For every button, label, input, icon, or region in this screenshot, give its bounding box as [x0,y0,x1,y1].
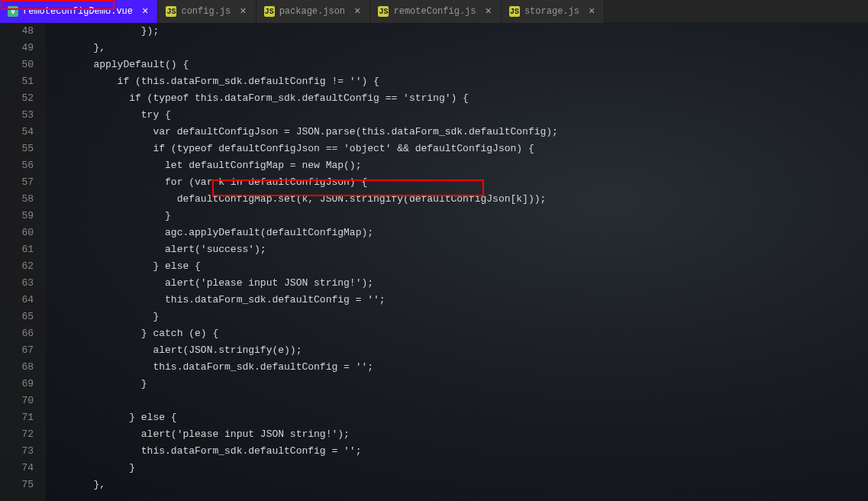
vue-file-icon: V [8,6,18,17]
tab-package[interactable]: JS package.json × [257,0,371,23]
line-number: 50 [0,57,34,73]
line-number: 66 [0,325,34,342]
code-line[interactable]: if (typeof defaultConfigJson == 'object'… [46,141,868,157]
code-line[interactable]: var defaultConfigJson = JSON.parse(this.… [46,124,868,141]
editor-tabs: V remoteconfigDemo.vue × JS config.js × … [0,0,868,23]
code-line[interactable]: let defaultConfigMap = new Map(); [46,157,868,174]
code-line[interactable]: } [46,309,868,325]
line-number: 67 [0,342,34,359]
tab-remoteconfig[interactable]: JS remoteConfig.js × [370,0,501,23]
js-file-icon: JS [378,6,389,17]
js-file-icon: JS [509,6,520,17]
line-number: 53 [0,107,34,124]
close-icon[interactable]: × [238,5,247,18]
js-file-icon: JS [166,6,176,17]
code-line[interactable]: applyDefault() { [46,57,868,73]
code-content[interactable]: }); }, applyDefault() { if (this.dataFor… [46,23,868,501]
tab-label: config.js [181,6,231,17]
line-number: 65 [0,309,34,325]
code-line[interactable]: alert('please input JSON string!'); [46,275,868,292]
code-line[interactable]: if (this.dataForm_sdk.defaultConfig != '… [46,73,868,90]
tab-config[interactable]: JS config.js × [158,0,256,23]
close-icon[interactable]: × [484,5,493,18]
line-number: 59 [0,208,34,225]
line-number: 57 [0,174,34,191]
line-number: 54 [0,124,34,141]
tab-label: remoteConfig.js [393,6,476,17]
line-number: 70 [0,393,34,409]
line-number: 72 [0,426,34,443]
code-line[interactable]: } [46,460,868,477]
code-line[interactable]: }, [46,40,868,57]
code-line[interactable]: }); [46,23,868,40]
line-number: 60 [0,225,34,241]
tab-storage[interactable]: JS storage.js × [502,0,605,23]
code-line[interactable]: this.dataForm_sdk.defaultConfig = ''; [46,359,868,376]
close-icon[interactable]: × [140,5,150,18]
line-number: 68 [0,359,34,376]
line-number: 73 [0,443,34,460]
tab-remoteconfigdemo[interactable]: V remoteconfigDemo.vue × [0,0,158,23]
code-line[interactable] [46,393,868,409]
code-line[interactable]: this.dataForm_sdk.defaultConfig = ''; [46,292,868,309]
code-line[interactable]: alert('please input JSON string!'); [46,426,868,443]
line-number: 64 [0,292,34,309]
line-number: 71 [0,409,34,426]
line-number: 49 [0,40,34,57]
code-line[interactable]: alert('success'); [46,241,868,258]
code-line[interactable]: if (typeof this.dataForm_sdk.defaultConf… [46,90,868,107]
line-number: 58 [0,191,34,208]
line-number: 55 [0,141,34,157]
line-number: 51 [0,73,34,90]
close-icon[interactable]: × [587,5,596,18]
code-line[interactable]: } [46,376,868,393]
line-number: 48 [0,23,34,40]
code-line[interactable]: } else { [46,409,868,426]
line-number: 61 [0,241,34,258]
js-file-icon: JS [264,6,275,17]
code-line[interactable]: agc.applyDefault(defaultConfigMap); [46,225,868,241]
line-number-gutter: 48 49 50 51 52 53 54 55 56 57 58 59 60 6… [0,23,46,501]
tab-label: remoteconfigDemo.vue [23,6,133,17]
code-line[interactable]: defaultConfigMap.set(k, JSON.stringify(d… [46,191,868,208]
line-number: 63 [0,275,34,292]
code-line[interactable]: this.dataForm_sdk.defaultConfig = ''; [46,443,868,460]
line-number: 69 [0,376,34,393]
code-line[interactable]: } catch (e) { [46,325,868,342]
code-line[interactable]: } [46,208,868,225]
line-number: 62 [0,258,34,275]
code-line[interactable]: alert(JSON.stringify(e)); [46,342,868,359]
code-line[interactable]: } else { [46,258,868,275]
line-number: 52 [0,90,34,107]
code-line[interactable]: try { [46,107,868,124]
tab-label: package.json [279,6,345,17]
line-number: 56 [0,157,34,174]
tab-label: storage.js [524,6,579,17]
close-icon[interactable]: × [353,5,362,18]
code-line[interactable]: for (var k in defaultConfigJson) { [46,174,868,191]
line-number: 74 [0,460,34,477]
line-number: 75 [0,477,34,493]
code-line[interactable]: }, [46,477,868,493]
code-editor[interactable]: 48 49 50 51 52 53 54 55 56 57 58 59 60 6… [0,23,868,501]
